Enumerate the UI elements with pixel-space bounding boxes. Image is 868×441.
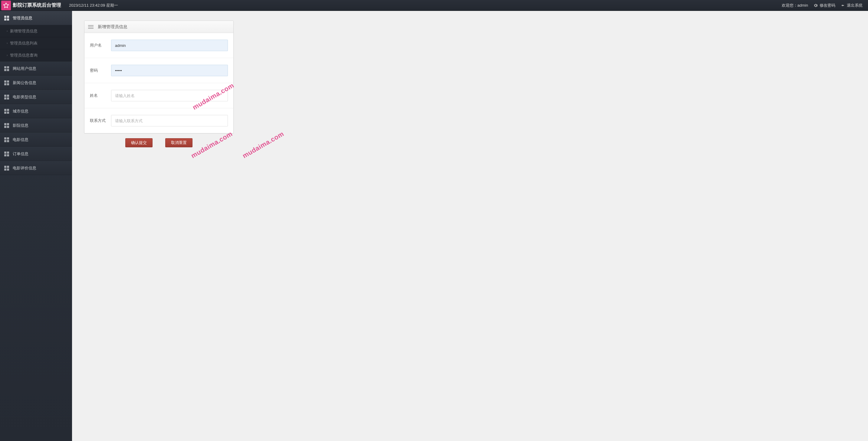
svg-rect-0 xyxy=(4,16,6,18)
svg-rect-17 xyxy=(7,109,9,111)
grid-icon xyxy=(4,151,9,157)
svg-rect-30 xyxy=(4,154,6,157)
submit-button[interactable]: 确认提交 xyxy=(125,138,153,147)
logo xyxy=(1,1,11,10)
sidebar-item-admin-info[interactable]: 管理员信息 xyxy=(0,11,72,25)
sidebar-item-label: 管理员信息 xyxy=(13,15,32,21)
panel-title: 新增管理员信息 xyxy=(98,24,127,30)
contact-label: 联系方式 xyxy=(90,118,111,124)
password-label: 密码 xyxy=(90,68,111,73)
svg-rect-16 xyxy=(4,109,6,111)
grid-icon xyxy=(4,16,9,21)
svg-rect-10 xyxy=(4,83,6,85)
app-title: 影院订票系统后台管理 xyxy=(13,2,61,8)
svg-rect-24 xyxy=(4,137,6,139)
grid-icon xyxy=(4,123,9,128)
svg-rect-14 xyxy=(4,97,6,100)
chevron-right-icon: › xyxy=(7,41,7,45)
svg-rect-19 xyxy=(7,112,9,114)
svg-rect-6 xyxy=(4,69,6,71)
svg-rect-12 xyxy=(4,95,6,97)
sidebar-item-label: 网站用户信息 xyxy=(13,66,36,71)
grid-icon xyxy=(4,137,9,142)
sidebar-item-movie-info[interactable]: 电影信息 xyxy=(0,133,72,147)
svg-rect-3 xyxy=(7,19,9,21)
menu-icon xyxy=(88,25,94,29)
sidebar-item-movie-type[interactable]: 电影类型信息 xyxy=(0,90,72,104)
svg-rect-13 xyxy=(7,95,9,97)
svg-rect-29 xyxy=(7,151,9,154)
sidebar-item-label: 订单信息 xyxy=(13,151,28,157)
sidebar-item-label: 城市信息 xyxy=(13,109,28,114)
username-label: 用户名 xyxy=(90,43,111,48)
watermark: mudaima.com xyxy=(241,130,285,160)
svg-rect-32 xyxy=(4,166,6,168)
grid-icon xyxy=(4,109,9,114)
svg-rect-11 xyxy=(7,83,9,85)
sidebar-item-label: 新闻公告信息 xyxy=(13,80,36,86)
sidebar-sub-add-admin[interactable]: › 新增管理员信息 xyxy=(0,25,72,37)
svg-rect-1 xyxy=(7,16,9,18)
svg-rect-15 xyxy=(7,97,9,100)
sidebar-item-user-info[interactable]: 网站用户信息 xyxy=(0,61,72,76)
chevron-right-icon: › xyxy=(7,29,7,33)
svg-rect-22 xyxy=(4,126,6,128)
sidebar-item-label: 电影信息 xyxy=(13,137,28,142)
sidebar: 管理员信息 › 新增管理员信息 › 管理员信息列表 › 管理员信息查询 网站用户… xyxy=(0,11,72,441)
sidebar-item-review-info[interactable]: 电影评价信息 xyxy=(0,161,72,175)
sidebar-item-label: 电影类型信息 xyxy=(13,94,36,100)
sidebar-item-label: 电影评价信息 xyxy=(13,165,36,171)
sidebar-sub-admin-list[interactable]: › 管理员信息列表 xyxy=(0,37,72,49)
svg-rect-8 xyxy=(4,80,6,82)
grid-icon xyxy=(4,166,9,171)
reset-button[interactable]: 取消重置 xyxy=(165,138,192,147)
svg-rect-9 xyxy=(7,80,9,82)
sidebar-item-label: 影院信息 xyxy=(13,123,28,128)
sidebar-sub-label: 新增管理员信息 xyxy=(10,28,37,34)
svg-rect-2 xyxy=(4,19,6,21)
main-content: 新增管理员信息 用户名 密码 姓名 联系方式 xyxy=(72,11,868,441)
svg-rect-27 xyxy=(7,140,9,142)
logout-icon xyxy=(841,3,845,7)
svg-rect-25 xyxy=(7,137,9,139)
svg-rect-26 xyxy=(4,140,6,142)
contact-input[interactable] xyxy=(111,115,228,127)
svg-rect-18 xyxy=(4,112,6,114)
name-label: 姓名 xyxy=(90,93,111,98)
datetime-display: 2023/12/11 23:42:09 星期一 xyxy=(69,3,118,8)
chevron-right-icon: › xyxy=(7,54,7,57)
svg-rect-33 xyxy=(7,166,9,168)
svg-rect-23 xyxy=(7,126,9,128)
svg-rect-7 xyxy=(7,69,9,71)
svg-rect-4 xyxy=(4,66,6,68)
logout-link[interactable]: 退出系统 xyxy=(841,3,863,8)
top-bar: 影院订票系统后台管理 2023/12/11 23:42:09 星期一 欢迎您：a… xyxy=(0,0,868,11)
sidebar-item-order-info[interactable]: 订单信息 xyxy=(0,147,72,161)
change-password-link[interactable]: 修改密码 xyxy=(813,3,835,8)
username-input[interactable] xyxy=(111,40,228,51)
sidebar-item-city-info[interactable]: 城市信息 xyxy=(0,104,72,118)
panel-header: 新增管理员信息 xyxy=(85,21,234,33)
sidebar-sub-admin-search[interactable]: › 管理员信息查询 xyxy=(0,49,72,61)
svg-rect-5 xyxy=(7,66,9,68)
form-panel: 新增管理员信息 用户名 密码 姓名 联系方式 xyxy=(84,21,234,133)
gear-icon xyxy=(813,3,818,7)
password-input[interactable] xyxy=(111,65,228,76)
change-password-label: 修改密码 xyxy=(819,3,835,8)
grid-icon xyxy=(4,80,9,85)
sidebar-sub-label: 管理员信息查询 xyxy=(10,53,37,58)
svg-rect-21 xyxy=(7,123,9,125)
grid-icon xyxy=(4,95,9,100)
svg-rect-35 xyxy=(7,168,9,171)
svg-rect-31 xyxy=(7,154,9,157)
sidebar-item-cinema-info[interactable]: 影院信息 xyxy=(0,118,72,133)
sidebar-sub-label: 管理员信息列表 xyxy=(10,40,37,46)
welcome-text: 欢迎您：admin xyxy=(782,3,808,8)
sidebar-item-news-info[interactable]: 新闻公告信息 xyxy=(0,76,72,90)
svg-rect-34 xyxy=(4,168,6,171)
logout-label: 退出系统 xyxy=(847,3,863,8)
name-input[interactable] xyxy=(111,90,228,101)
svg-rect-28 xyxy=(4,151,6,154)
grid-icon xyxy=(4,66,9,71)
svg-rect-20 xyxy=(4,123,6,125)
